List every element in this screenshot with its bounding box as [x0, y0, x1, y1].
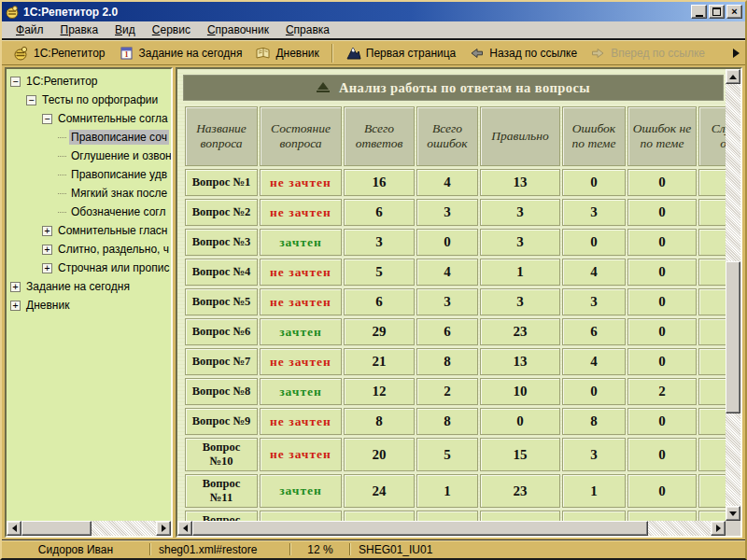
tree-item[interactable]: +Задание на сегодня: [7, 277, 171, 296]
arrow-left-icon: [183, 525, 188, 532]
collapse-box-icon[interactable]: −: [10, 77, 21, 87]
value-cell: [416, 511, 478, 521]
tree-item[interactable]: −Тесты по орфографии: [7, 91, 171, 109]
table-row: Вопрос №12: [185, 511, 726, 521]
table-row: Вопрос №5не зачтен633300: [185, 288, 726, 315]
status-user-name: Сидоров Иван: [2, 543, 149, 556]
toolbar-forward-link-button[interactable]: Вперед по ссылке: [585, 44, 711, 63]
expand-box-icon[interactable]: +: [42, 226, 52, 236]
toolbar-back-link-button[interactable]: Назад по ссылке: [463, 44, 583, 63]
vertical-scrollbar[interactable]: [726, 69, 740, 521]
value-cell: 2: [627, 378, 697, 405]
toolbar-tutor-button[interactable]: 1С:Репетитор: [7, 44, 111, 63]
app-window: 1С:Репетитор 2.0 × Файл Правка Вид Серви…: [0, 0, 747, 560]
value-cell: 1: [480, 259, 560, 286]
tree-item-label: Дневник: [24, 298, 71, 313]
restore-icon: [712, 7, 721, 16]
toolbar-first-page-button[interactable]: Первая страница: [340, 44, 461, 63]
value-cell: 16: [344, 169, 415, 196]
close-button[interactable]: ×: [726, 5, 742, 19]
calendar-icon: 1: [119, 46, 134, 61]
tree-item[interactable]: Правописание соч: [7, 128, 171, 147]
scroll-thumb[interactable]: [192, 521, 648, 536]
table-row: Вопрос №3зачтен303000: [185, 229, 726, 256]
expand-box-icon[interactable]: +: [42, 245, 52, 255]
value-cell: 15: [480, 438, 560, 471]
notebook-icon: [255, 46, 271, 61]
restore-button[interactable]: [709, 5, 725, 19]
value-cell: 1: [416, 474, 478, 508]
tree-item-label: Слитно, раздельно, ч: [56, 242, 171, 257]
collapse-box-icon[interactable]: −: [42, 114, 52, 124]
value-cell: 6: [344, 199, 415, 226]
arrow-up-icon: [729, 75, 737, 79]
value-cell: 2: [416, 378, 478, 405]
scroll-track[interactable]: [192, 521, 711, 536]
question-status-cell: не зачтен: [260, 408, 342, 435]
value-cell: 0: [627, 169, 697, 196]
toolbar-tutor-label: 1С:Репетитор: [34, 47, 106, 60]
arrow-down-icon: [729, 511, 737, 516]
value-cell: 0: [627, 288, 697, 315]
expand-box-icon[interactable]: +: [42, 263, 52, 273]
tree-connector: [58, 137, 66, 138]
value-cell: 3: [562, 288, 626, 315]
toolbar-today-task-button[interactable]: 1 Задание на сегодня: [113, 44, 248, 63]
menu-view[interactable]: Вид: [106, 21, 144, 38]
table-row: Вопрос №11зачтен24123100: [185, 474, 726, 508]
question-name-cell: Вопрос №7: [185, 348, 258, 375]
tree-item[interactable]: −Сомнительные согла: [7, 109, 171, 128]
tree-item[interactable]: Оглушение и озвон: [7, 147, 171, 165]
scroll-thumb[interactable]: [21, 521, 92, 536]
tree-item[interactable]: +Дневник: [7, 296, 171, 315]
scroll-down-button[interactable]: [726, 506, 740, 521]
value-cell: 3: [562, 438, 626, 471]
tree-item[interactable]: +Строчная или пропис: [7, 259, 171, 277]
menu-help[interactable]: Справка: [277, 21, 338, 38]
value-cell: [344, 511, 415, 521]
question-name-cell: Вопрос №6: [185, 318, 258, 345]
tree-horizontal-scrollbar[interactable]: [7, 521, 171, 536]
scroll-right-button[interactable]: [711, 521, 726, 536]
toolbar-overflow-button[interactable]: [733, 49, 740, 58]
tree-item[interactable]: Обозначение согл: [7, 203, 171, 221]
menu-file[interactable]: Файл: [7, 21, 52, 38]
collapse-box-icon[interactable]: −: [26, 95, 36, 105]
value-cell: 23: [480, 474, 560, 508]
scroll-track[interactable]: [21, 521, 156, 536]
tree-connector: [58, 193, 66, 194]
scroll-left-button[interactable]: [7, 521, 21, 536]
value-cell: 0: [627, 259, 697, 286]
horizontal-scrollbar[interactable]: [177, 521, 726, 536]
value-cell: 8: [562, 408, 626, 435]
expand-box-icon[interactable]: +: [10, 301, 21, 311]
tree-item[interactable]: Правописание удв: [7, 165, 171, 184]
status-session-code: SHEG01_IU01: [351, 543, 440, 556]
menu-service[interactable]: Сервис: [144, 21, 199, 38]
value-cell: 21: [344, 348, 415, 375]
question-status-cell: зачтен: [260, 318, 342, 345]
question-name-cell: Вопрос №9: [185, 408, 258, 435]
tree-item[interactable]: +Слитно, раздельно, ч: [7, 240, 171, 259]
scroll-right-button[interactable]: [156, 521, 171, 536]
question-name-cell: Вопрос №11: [185, 474, 258, 508]
tree-connector: [58, 212, 66, 213]
scroll-left-button[interactable]: [177, 521, 192, 536]
question-status-cell: зачтен: [260, 474, 342, 508]
tree-item[interactable]: Мягкий знак после: [7, 184, 171, 203]
value-cell: 0: [562, 169, 626, 196]
value-cell: 0: [698, 348, 726, 375]
menu-edit[interactable]: Правка: [52, 21, 107, 38]
toolbar-diary-button[interactable]: Дневник: [249, 44, 324, 63]
menu-reference[interactable]: Справочник: [199, 21, 277, 38]
scroll-thumb[interactable]: [726, 261, 740, 413]
tree-item[interactable]: −1С:Репетитор: [7, 72, 171, 91]
scroll-up-button[interactable]: [726, 69, 740, 84]
collapse-triangle-icon[interactable]: [317, 82, 330, 93]
scroll-track[interactable]: [726, 84, 740, 506]
column-header: Всего ответов: [344, 106, 415, 166]
forward-arrow-icon: [590, 46, 606, 61]
tree-item[interactable]: +Сомнительные гласн: [7, 221, 171, 240]
minimize-button[interactable]: [691, 5, 707, 19]
expand-box-icon[interactable]: +: [10, 282, 21, 292]
